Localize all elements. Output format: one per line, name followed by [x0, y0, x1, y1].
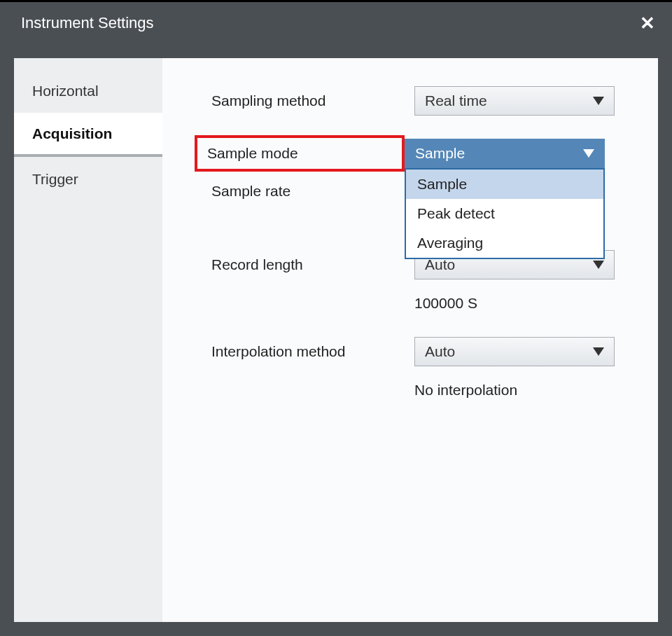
chevron-down-icon [593, 347, 604, 356]
label-sample-rate: Sample rate [204, 179, 414, 204]
window-body: Horizontal Acquisition Trigger Sampling … [0, 44, 672, 636]
window-inner: Horizontal Acquisition Trigger Sampling … [14, 58, 658, 622]
dropdown-sample-mode: Sample Peak detect Averaging [405, 168, 605, 259]
option-peak-detect[interactable]: Peak detect [406, 199, 603, 228]
row-sampling-method: Sampling method Real time [204, 86, 658, 116]
record-length-detail: 100000 S [414, 295, 658, 312]
option-sample[interactable]: Sample [406, 170, 603, 199]
select-sampling-method[interactable]: Real time [414, 86, 615, 116]
option-label: Peak detect [417, 205, 495, 222]
sidebar-item-trigger[interactable]: Trigger [14, 157, 162, 201]
sidebar-item-label: Trigger [32, 171, 78, 188]
select-interpolation[interactable]: Auto [414, 337, 615, 366]
interpolation-detail: No interpolation [414, 382, 658, 399]
option-label: Sample [417, 176, 467, 193]
option-averaging[interactable]: Averaging [406, 228, 603, 258]
select-sample-mode[interactable]: Sample Sample Peak detect [405, 139, 605, 168]
select-sample-mode-head[interactable]: Sample [405, 139, 605, 168]
label-sampling-method: Sampling method [204, 88, 414, 113]
select-value: Auto [425, 343, 455, 360]
close-icon[interactable]: ✕ [637, 14, 658, 32]
sidebar-item-acquisition[interactable]: Acquisition [14, 113, 162, 157]
titlebar: Instrument Settings ✕ [0, 0, 672, 44]
label-interpolation: Interpolation method [204, 339, 414, 364]
settings-window: Instrument Settings ✕ Horizontal Acquisi… [0, 0, 672, 636]
select-value: Sample [415, 145, 465, 162]
label-sample-mode: Sample mode [195, 135, 405, 172]
sidebar-item-label: Acquisition [32, 125, 112, 142]
option-label: Averaging [417, 235, 483, 251]
row-sample-mode: Sample mode Sample Sample [204, 135, 658, 172]
sidebar: Horizontal Acquisition Trigger [14, 58, 162, 622]
row-interpolation: Interpolation method Auto [204, 337, 658, 366]
chevron-down-icon [593, 97, 604, 105]
select-value: Real time [425, 92, 487, 109]
sidebar-item-horizontal[interactable]: Horizontal [14, 69, 162, 113]
chevron-down-icon [583, 149, 594, 158]
window-title: Instrument Settings [21, 14, 154, 32]
label-record-length: Record length [204, 252, 414, 277]
sidebar-item-label: Horizontal [32, 83, 99, 99]
content-panel: Sampling method Real time Sample mode Sa… [162, 58, 658, 622]
chevron-down-icon [593, 261, 604, 269]
